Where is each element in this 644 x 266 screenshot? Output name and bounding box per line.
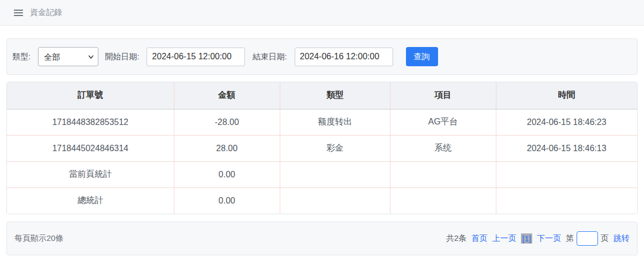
- header-cell-order-no: 訂單號: [7, 82, 174, 109]
- table-row-grand-total: 總統計 0.00: [7, 187, 637, 214]
- current-page-indicator[interactable]: [1]: [521, 233, 532, 244]
- end-date-input[interactable]: [295, 48, 393, 66]
- jump-group: 第 页: [566, 231, 609, 246]
- header-cell-type: 類型: [280, 82, 390, 109]
- table-header-row: 訂單號 金額 類型 項目 時間: [7, 82, 637, 109]
- jump-page-prefix: 第: [566, 233, 574, 244]
- table-row: 1718445024846314 28.00 彩金 系统 2024-06-15 …: [7, 135, 637, 161]
- end-date-label: 結束日期:: [252, 52, 287, 62]
- search-button[interactable]: 查詢: [406, 47, 438, 66]
- header-cell-amount: 金額: [174, 82, 280, 109]
- top-bar: 資金記錄: [0, 0, 644, 26]
- start-date-input[interactable]: [147, 48, 245, 66]
- cell-time: 2024-06-15 18:46:23: [496, 109, 637, 135]
- header-cell-item: 項目: [390, 82, 496, 109]
- cell-empty: [280, 161, 390, 187]
- jump-button[interactable]: 跳转: [614, 233, 630, 244]
- cell-empty: [496, 161, 637, 187]
- cell-empty: [390, 187, 496, 214]
- cell-time: 2024-06-15 18:46:13: [496, 135, 637, 161]
- records-table: 訂單號 金額 類型 項目 時間 1718448382853512 -28.00 …: [7, 82, 637, 214]
- header-cell-time: 時間: [496, 82, 637, 109]
- records-table-wrap: 訂單號 金額 類型 項目 時間 1718448382853512 -28.00 …: [6, 82, 638, 214]
- next-page-link[interactable]: 下一页: [537, 233, 561, 244]
- cell-label: 總統計: [7, 187, 174, 214]
- cell-empty: [280, 187, 390, 214]
- cell-type: 彩金: [280, 135, 390, 161]
- jump-page-input[interactable]: [577, 231, 598, 246]
- cell-amount: 0.00: [174, 187, 280, 214]
- cell-item: AG平台: [390, 109, 496, 135]
- filter-panel: 類型: 全部 開始日期: 結束日期: 查詢: [6, 38, 638, 75]
- page: 資金記錄 類型: 全部 開始日期: 結束日期: 查詢 訂單號 金額: [0, 0, 644, 266]
- cell-amount: 0.00: [174, 161, 280, 187]
- cell-amount: 28.00: [174, 135, 280, 161]
- cell-label: 當前頁統計: [7, 161, 174, 187]
- cell-empty: [496, 187, 637, 214]
- pagination: 共2条 首页 上一页 [1] 下一页 第 页 跳转: [446, 231, 630, 246]
- table-row: 1718448382853512 -28.00 额度转出 AG平台 2024-0…: [7, 109, 637, 135]
- total-count: 共2条: [446, 233, 466, 244]
- type-select-wrap: 全部: [38, 47, 98, 66]
- cell-order-no: 1718445024846314: [7, 135, 174, 161]
- jump-page-suffix: 页: [601, 233, 609, 244]
- prev-page-link[interactable]: 上一页: [492, 233, 516, 244]
- footer-bar: 每頁顯示20條 共2条 首页 上一页 [1] 下一页 第 页 跳转: [6, 222, 638, 255]
- page-title: 資金記錄: [30, 7, 62, 18]
- cell-amount: -28.00: [174, 109, 280, 135]
- hamburger-menu-icon[interactable]: [14, 10, 23, 16]
- type-label: 類型:: [12, 52, 30, 62]
- type-select[interactable]: 全部: [38, 47, 98, 66]
- cell-type: 额度转出: [280, 109, 390, 135]
- cell-order-no: 1718448382853512: [7, 109, 174, 135]
- cell-item: 系统: [390, 135, 496, 161]
- page-size-text: 每頁顯示20條: [14, 233, 64, 244]
- start-date-label: 開始日期:: [105, 52, 139, 62]
- table-row-page-total: 當前頁統計 0.00: [7, 161, 637, 187]
- cell-empty: [390, 161, 496, 187]
- first-page-link[interactable]: 首页: [471, 233, 487, 244]
